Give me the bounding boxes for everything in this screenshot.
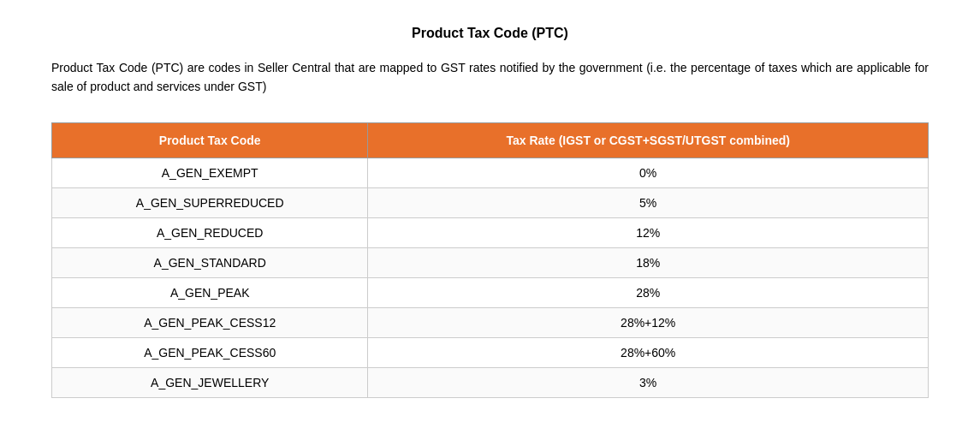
table-row: A_GEN_JEWELLERY3% [52,367,929,397]
cell-product-tax-code: A_GEN_JEWELLERY [52,367,368,397]
table-header-row: Product Tax Code Tax Rate (IGST or CGST+… [52,122,929,158]
cell-product-tax-code: A_GEN_REDUCED [52,217,368,247]
table-row: A_GEN_REDUCED12% [52,217,929,247]
cell-product-tax-code: A_GEN_EXEMPT [52,158,368,187]
page-description: Product Tax Code (PTC) are codes in Sell… [51,58,929,97]
cell-tax-rate: 28%+12% [368,307,929,337]
page-title: Product Tax Code (PTC) [51,26,929,41]
product-tax-code-table: Product Tax Code Tax Rate (IGST or CGST+… [51,122,929,398]
cell-tax-rate: 0% [368,158,929,187]
cell-product-tax-code: A_GEN_PEAK_CESS12 [52,307,368,337]
table-row: A_GEN_PEAK_CESS6028%+60% [52,337,929,367]
cell-tax-rate: 28% [368,277,929,307]
cell-tax-rate: 18% [368,247,929,277]
cell-product-tax-code: A_GEN_SUPERREDUCED [52,187,368,217]
col-header-tax-rate: Tax Rate (IGST or CGST+SGST/UTGST combin… [368,122,929,158]
cell-product-tax-code: A_GEN_STANDARD [52,247,368,277]
table-row: A_GEN_STANDARD18% [52,247,929,277]
cell-product-tax-code: A_GEN_PEAK_CESS60 [52,337,368,367]
cell-tax-rate: 5% [368,187,929,217]
cell-tax-rate: 28%+60% [368,337,929,367]
table-row: A_GEN_PEAK_CESS1228%+12% [52,307,929,337]
table-row: A_GEN_EXEMPT0% [52,158,929,187]
table-row: A_GEN_SUPERREDUCED5% [52,187,929,217]
cell-product-tax-code: A_GEN_PEAK [52,277,368,307]
col-header-product-tax-code: Product Tax Code [52,122,368,158]
cell-tax-rate: 3% [368,367,929,397]
cell-tax-rate: 12% [368,217,929,247]
table-row: A_GEN_PEAK28% [52,277,929,307]
